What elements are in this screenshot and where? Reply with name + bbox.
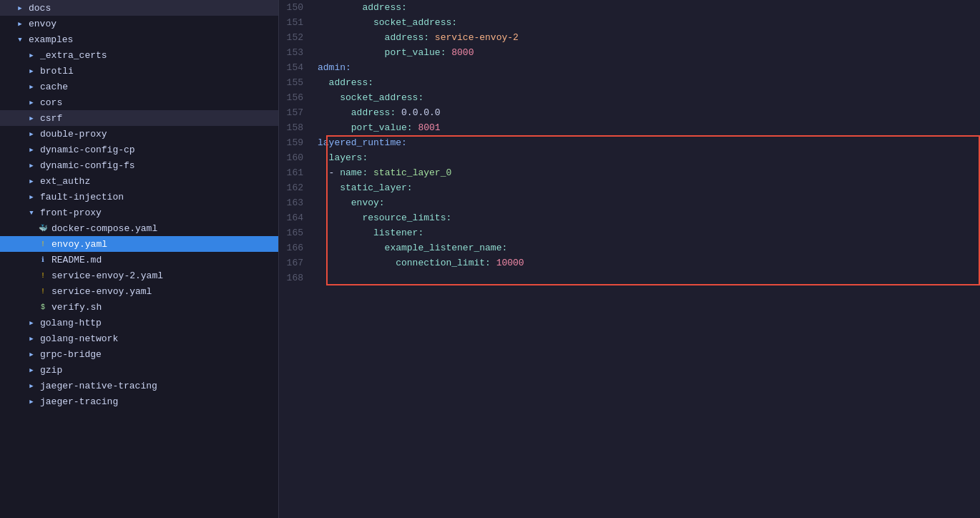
- line-number-157: 157: [279, 105, 315, 120]
- sidebar-item-double-proxy[interactable]: double-proxy: [0, 126, 278, 142]
- sidebar-item-readme[interactable]: ℹREADME.md: [0, 252, 278, 268]
- sidebar-item-jaeger-native-tracing[interactable]: jaeger-native-tracing: [0, 378, 278, 394]
- sidebar-item-brotli[interactable]: brotli: [0, 63, 278, 79]
- tree-icon-front-proxy: [26, 209, 37, 217]
- sidebar-item-dynamic-config-fs[interactable]: dynamic-config-fs: [0, 157, 278, 173]
- line-content-157: address: 0.0.0.0: [315, 105, 980, 120]
- sidebar-item-envoy[interactable]: envoy: [0, 16, 278, 31]
- tree-label-dynamic-config-fs: dynamic-config-fs: [37, 160, 135, 171]
- line-content-167: connection_limit: 10000: [315, 255, 980, 270]
- line-content-151: socket_address:: [315, 15, 980, 30]
- tree-icon-docs: [14, 4, 26, 12]
- line-content-153: port_value: 8000: [315, 45, 980, 60]
- tree-label-ext_authz: ext_authz: [37, 176, 90, 187]
- line-number-161: 161: [279, 165, 315, 180]
- sidebar-item-_extra_certs[interactable]: _extra_certs: [0, 47, 278, 63]
- code-line-150: 150 address:: [279, 0, 980, 15]
- tree-label-front-proxy: front-proxy: [37, 207, 102, 218]
- sidebar-item-service-envoy[interactable]: !service-envoy.yaml: [0, 283, 278, 299]
- tree-icon-envoy: [14, 20, 26, 28]
- line-number-164: 164: [279, 210, 315, 225]
- code-line-159: 159layered_runtime:: [279, 135, 980, 150]
- tree-icon-jaeger-native-tracing: [26, 382, 37, 390]
- tree-icon-csrf: [26, 114, 37, 122]
- line-content-154: admin:: [315, 60, 980, 75]
- code-line-163: 163 envoy:: [279, 195, 980, 210]
- sidebar-item-golang-network[interactable]: golang-network: [0, 331, 278, 346]
- line-number-156: 156: [279, 90, 315, 105]
- tree-label-verify: verify.sh: [49, 302, 102, 313]
- line-content-162: static_layer:: [315, 180, 980, 195]
- line-number-154: 154: [279, 60, 315, 75]
- tree-label-golang-http: golang-http: [37, 318, 102, 328]
- tree-label-fault-injection: fault-injection: [37, 192, 124, 202]
- line-number-166: 166: [279, 240, 315, 255]
- tree-label-jaeger-tracing: jaeger-tracing: [37, 396, 118, 407]
- sidebar-item-grpc-bridge[interactable]: grpc-bridge: [0, 346, 278, 362]
- line-number-165: 165: [279, 225, 315, 240]
- tree-icon-dynamic-config-cp: [26, 146, 37, 154]
- sidebar-item-dynamic-config-cp[interactable]: dynamic-config-cp: [0, 142, 278, 157]
- tree-label-double-proxy: double-proxy: [37, 129, 107, 140]
- code-line-153: 153 port_value: 8000: [279, 45, 980, 60]
- line-content-160: layers:: [315, 150, 980, 165]
- line-content-150: address:: [315, 0, 980, 15]
- tree-icon-examples: [14, 36, 26, 44]
- code-line-157: 157 address: 0.0.0.0: [279, 105, 980, 120]
- tree-label-cors: cors: [37, 97, 62, 108]
- tree-icon-gzip: [26, 366, 37, 374]
- line-number-163: 163: [279, 195, 315, 210]
- code-line-161: 161 - name: static_layer_0: [279, 165, 980, 180]
- tree-label-readme: README.md: [49, 255, 102, 265]
- sidebar-item-cors[interactable]: cors: [0, 94, 278, 110]
- tree-icon-fault-injection: [26, 193, 37, 201]
- code-line-152: 152 address: service-envoy-2: [279, 30, 980, 45]
- tree-label-service-envoy-2: service-envoy-2.yaml: [49, 270, 163, 281]
- tree-label-brotli: brotli: [37, 66, 74, 77]
- tree-label-gzip: gzip: [37, 365, 62, 376]
- tree-label-dynamic-config-cp: dynamic-config-cp: [37, 145, 135, 155]
- code-line-156: 156 socket_address:: [279, 90, 980, 105]
- tree-icon-verify: $: [37, 303, 49, 311]
- code-line-154: 154admin:: [279, 60, 980, 75]
- tree-label-jaeger-native-tracing: jaeger-native-tracing: [37, 381, 157, 391]
- line-content-161: - name: static_layer_0: [315, 165, 980, 180]
- sidebar-item-golang-http[interactable]: golang-http: [0, 315, 278, 331]
- tree-icon-service-envoy: !: [37, 288, 49, 295]
- sidebar-item-gzip[interactable]: gzip: [0, 362, 278, 378]
- tree-icon-cors: [26, 99, 37, 107]
- sidebar-item-service-envoy-2[interactable]: !service-envoy-2.yaml: [0, 268, 278, 283]
- sidebar-item-examples[interactable]: examples: [0, 31, 278, 47]
- line-number-162: 162: [279, 180, 315, 195]
- code-line-165: 165 listener:: [279, 225, 980, 240]
- code-line-151: 151 socket_address:: [279, 15, 980, 30]
- code-line-167: 167 connection_limit: 10000: [279, 255, 980, 270]
- code-line-155: 155 address:: [279, 75, 980, 90]
- sidebar-item-verify[interactable]: $verify.sh: [0, 299, 278, 315]
- code-line-158: 158 port_value: 8001: [279, 120, 980, 135]
- sidebar-item-envoy-yaml[interactable]: !envoy.yaml: [0, 236, 278, 252]
- line-content-166: example_listener_name:: [315, 240, 980, 255]
- line-number-151: 151: [279, 15, 315, 30]
- tree-label-cache: cache: [37, 82, 68, 92]
- tree-label-examples: examples: [26, 34, 73, 45]
- line-content-165: listener:: [315, 225, 980, 240]
- sidebar-item-docs[interactable]: docs: [0, 0, 278, 16]
- line-number-152: 152: [279, 30, 315, 45]
- sidebar-item-ext_authz[interactable]: ext_authz: [0, 173, 278, 189]
- sidebar-item-front-proxy[interactable]: front-proxy: [0, 205, 278, 220]
- code-editor: 150 address:151 socket_address:152 addre…: [279, 0, 980, 518]
- sidebar-item-csrf[interactable]: csrf: [0, 110, 278, 126]
- tree-label-docker-compose: docker-compose.yaml: [49, 223, 157, 234]
- line-number-150: 150: [279, 0, 315, 15]
- code-line-160: 160 layers:: [279, 150, 980, 165]
- sidebar-item-jaeger-tracing[interactable]: jaeger-tracing: [0, 394, 278, 409]
- tree-label-golang-network: golang-network: [37, 333, 118, 344]
- sidebar-item-fault-injection[interactable]: fault-injection: [0, 189, 278, 205]
- line-number-153: 153: [279, 45, 315, 60]
- sidebar-item-cache[interactable]: cache: [0, 79, 278, 94]
- tree-icon-readme: ℹ: [37, 255, 49, 264]
- tree-icon-brotli: [26, 67, 37, 75]
- sidebar-item-docker-compose[interactable]: 🐳docker-compose.yaml: [0, 220, 278, 236]
- tree-icon-golang-network: [26, 335, 37, 343]
